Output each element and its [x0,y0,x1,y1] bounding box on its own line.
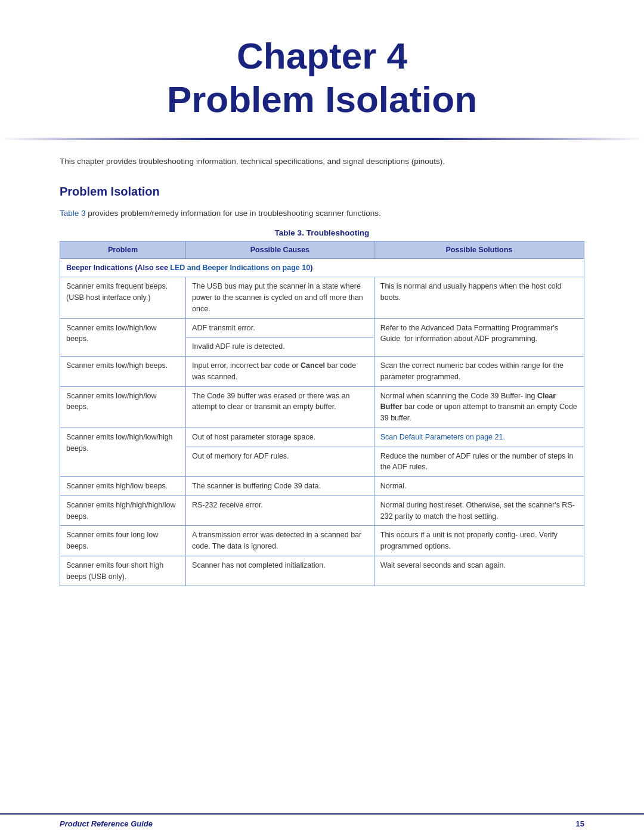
table-row: Scanner emits high/high/high/low beeps. … [60,496,584,526]
cell-causes: The USB bus may put the scanner in a sta… [186,277,374,318]
page-footer: Product Reference Guide 15 [0,813,644,833]
chapter-header: Chapter 4 Problem Isolation [0,0,644,132]
cell-causes: Out of host parameter storage space. [186,428,374,447]
page-container: Chapter 4 Problem Isolation This chapter… [0,0,644,833]
header-divider [0,138,644,140]
cell-problem: Scanner emits low/high beeps. [60,357,186,387]
cell-solutions: Refer to the Advanced Data Formatting Pr… [374,318,584,357]
chapter-subtitle: Problem Isolation [48,79,596,120]
chapter-title: Chapter 4 [48,36,596,76]
cell-causes: The scanner is buffering Code 39 data. [186,477,374,496]
cell-causes: A transmission error was detected in a s… [186,526,374,556]
intro-text: This chapter provides troubleshooting in… [60,155,584,168]
cell-solutions: Wait several seconds and scan again. [374,556,584,586]
table-intro-suffix: provides problem/remedy information for … [86,209,381,218]
col-solutions: Possible Solutions [374,241,584,258]
section-heading: Problem Isolation [60,185,584,199]
cell-problem: Scanner emits four short high beeps (USB… [60,556,186,586]
col-causes: Possible Causes [186,241,374,258]
table-intro: Table 3 provides problem/remedy informat… [60,207,584,220]
cell-causes: RS-232 receive error. [186,496,374,526]
footer-title: Product Reference Guide [60,819,153,828]
table-row: Scanner emits low/high/low beeps. ADF tr… [60,318,584,337]
cell-solutions: Scan Default Parameters on page 21. [374,428,584,447]
content-area: This chapter provides troubleshooting in… [0,155,644,813]
troubleshooting-table: Problem Possible Causes Possible Solutio… [60,241,584,587]
table-row-beeper-heading: Beeper Indications (Also see LED and Bee… [60,258,584,277]
cell-causes: Out of memory for ADF rules. [186,447,374,477]
beeper-heading-cell: Beeper Indications (Also see LED and Bee… [60,258,584,277]
cell-solutions: This is normal and usually happens when … [374,277,584,318]
table-row: Scanner emits high/low beeps. The scanne… [60,477,584,496]
cell-causes: Scanner has not completed initialization… [186,556,374,586]
cell-problem: Scanner emits low/high/low beeps. [60,386,186,428]
cell-problem: Scanner emits high/high/high/low beeps. [60,496,186,526]
col-problem: Problem [60,241,186,258]
default-params-link[interactable]: Scan Default Parameters on page 21. [380,433,505,441]
table-row: Scanner emits four short high beeps (USB… [60,556,584,586]
beeper-heading-link[interactable]: LED and Beeper Indications on page 10 [170,264,310,272]
cell-causes: The Code 39 buffer was erased or there w… [186,386,374,428]
table-title: Table 3. Troubleshooting [60,228,584,237]
table-intro-link[interactable]: Table 3 [60,209,86,218]
table-row: Scanner emits low/high/low/high beeps. O… [60,428,584,447]
cell-solutions: Reduce the number of ADF rules or the nu… [374,447,584,477]
cell-problem: Scanner emits frequent beeps. (USB host … [60,277,186,318]
cell-problem: Scanner emits low/high/low beeps. [60,318,186,357]
cell-solutions: Normal. [374,477,584,496]
cell-problem: Scanner emits four long low beeps. [60,526,186,556]
cell-solutions: Normal during host reset. Otherwise, set… [374,496,584,526]
cell-causes: Invalid ADF rule is detected. [186,337,374,357]
cell-solutions: This occurs if a unit is not properly co… [374,526,584,556]
table-row: Scanner emits frequent beeps. (USB host … [60,277,584,318]
cell-problem: Scanner emits low/high/low/high beeps. [60,428,186,476]
cell-solutions: Scan the correct numeric bar codes withi… [374,357,584,387]
table-row: Scanner emits low/high/low beeps. The Co… [60,386,584,428]
footer-page-number: 15 [576,819,584,828]
table-row: Scanner emits low/high beeps. Input erro… [60,357,584,387]
cell-causes: Input error, incorrect bar code or Cance… [186,357,374,387]
cell-causes: ADF transmit error. [186,318,374,337]
table-header-row: Problem Possible Causes Possible Solutio… [60,241,584,258]
cell-problem: Scanner emits high/low beeps. [60,477,186,496]
table-row: Scanner emits four long low beeps. A tra… [60,526,584,556]
cell-solutions: Normal when scanning the Code 39 Buffer-… [374,386,584,428]
